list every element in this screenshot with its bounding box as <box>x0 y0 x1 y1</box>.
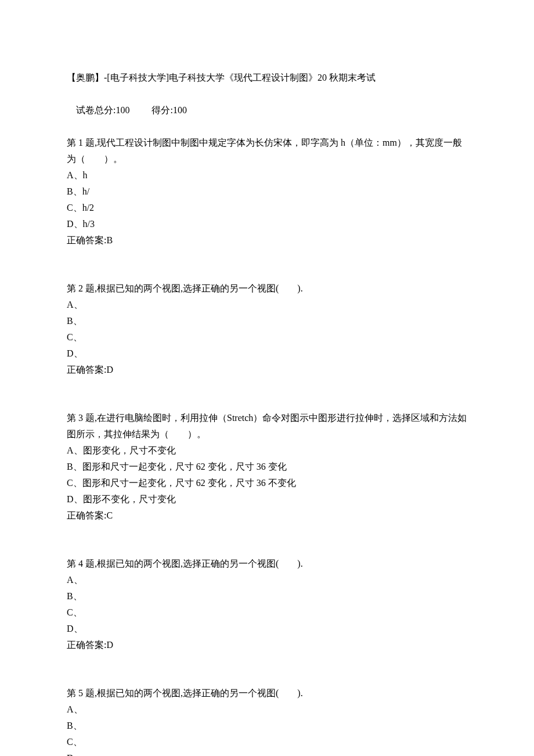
question-stem: 第 3 题,在进行电脑绘图时，利用拉伸（Stretch）命令对图示中图形进行拉伸… <box>67 410 467 442</box>
option-b: B、 <box>67 313 467 329</box>
option-d: D、 <box>67 750 467 756</box>
answer: 正确答案:B <box>67 232 467 249</box>
question-stem: 第 2 题,根据已知的两个视图,选择正确的另一个视图( ). <box>67 280 467 297</box>
option-a: A、h <box>67 167 467 183</box>
question-stem: 第 1 题,现代工程设计制图中制图中规定字体为长仿宋体，即字高为 h（单位：mm… <box>67 135 467 167</box>
option-a: A、 <box>67 572 467 588</box>
question-2: 第 2 题,根据已知的两个视图,选择正确的另一个视图( ). A、 B、 C、 … <box>67 280 467 378</box>
option-b: B、h/ <box>67 183 467 200</box>
question-1: 第 1 题,现代工程设计制图中制图中规定字体为长仿宋体，即字高为 h（单位：mm… <box>67 135 467 249</box>
question-stem: 第 5 题,根据已知的两个视图,选择正确的另一个视图( ). <box>67 685 467 701</box>
option-d: D、 <box>67 621 467 637</box>
option-d: D、图形不变化，尺寸变化 <box>67 491 467 507</box>
option-a: A、 <box>67 297 467 313</box>
question-3: 第 3 题,在进行电脑绘图时，利用拉伸（Stretch）命令对图示中图形进行拉伸… <box>67 410 467 524</box>
option-c: C、 <box>67 329 467 345</box>
option-c: C、图形和尺寸一起变化，尺寸 62 变化，尺寸 36 不变化 <box>67 475 467 491</box>
option-d: D、h/3 <box>67 216 467 232</box>
option-d: D、 <box>67 345 467 362</box>
answer: 正确答案:D <box>67 362 467 378</box>
exam-title: 【奥鹏】-[电子科技大学]电子科技大学《现代工程设计制图》20 秋期末考试 <box>67 70 467 86</box>
question-4: 第 4 题,根据已知的两个视图,选择正确的另一个视图( ). A、 B、 C、 … <box>67 556 467 653</box>
score-got: 得分:100 <box>151 105 186 115</box>
answer: 正确答案:C <box>67 507 467 524</box>
question-stem: 第 4 题,根据已知的两个视图,选择正确的另一个视图( ). <box>67 556 467 572</box>
question-5: 第 5 题,根据已知的两个视图,选择正确的另一个视图( ). A、 B、 C、 … <box>67 685 467 756</box>
option-b: B、 <box>67 718 467 734</box>
answer: 正确答案:D <box>67 637 467 653</box>
option-c: C、h/2 <box>67 200 467 216</box>
option-c: C、 <box>67 604 467 621</box>
score-total: 试卷总分:100 <box>76 105 129 115</box>
option-b: B、 <box>67 588 467 604</box>
option-c: C、 <box>67 734 467 750</box>
option-a: A、 <box>67 701 467 718</box>
option-a: A、图形变化，尺寸不变化 <box>67 442 467 459</box>
exam-score-line: 试卷总分:100得分:100 <box>67 86 467 135</box>
option-b: B、图形和尺寸一起变化，尺寸 62 变化，尺寸 36 变化 <box>67 459 467 475</box>
